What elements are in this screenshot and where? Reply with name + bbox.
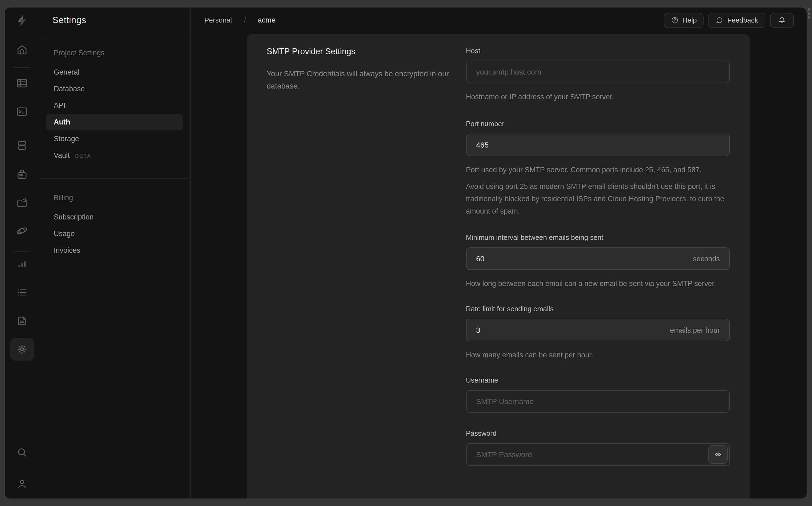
main-body: SMTP Provider Settings Your SMTP Credent… (191, 34, 806, 499)
smtp-form: Host Hostname or IP address of your SMTP… (466, 47, 730, 482)
host-input[interactable] (466, 61, 730, 83)
port-note: Avoid using port 25 as modern SMTP email… (466, 180, 730, 217)
edge-functions-icon[interactable] (15, 224, 28, 237)
table-editor-icon[interactable] (15, 77, 28, 90)
supabase-logo-icon[interactable] (14, 13, 29, 28)
password-field-group: Password (466, 429, 730, 466)
help-button-label: Help (682, 16, 697, 24)
sidebar-header: Settings (39, 7, 190, 33)
interval-label: Minimum interval between emails being se… (466, 233, 730, 242)
breadcrumb-project[interactable]: acme (258, 16, 276, 24)
sidebar-item-usage[interactable]: Usage (46, 225, 182, 242)
help-circle-icon (670, 16, 678, 24)
password-label: Password (466, 429, 730, 438)
menu-heading-billing: Billing (39, 193, 190, 202)
logs-icon[interactable] (15, 286, 28, 299)
help-button[interactable]: Help (664, 13, 704, 28)
sidebar-item-database[interactable]: Database (46, 81, 182, 97)
sidebar-item-vault[interactable]: Vault BETA (46, 147, 182, 164)
smtp-settings-panel: SMTP Provider Settings Your SMTP Credent… (247, 34, 750, 499)
scrollbar-dot (808, 12, 810, 15)
breadcrumb-separator: / (244, 15, 246, 25)
settings-sidebar: Settings Project Settings General Databa… (39, 7, 191, 499)
feedback-button-label: Feedback (727, 16, 758, 24)
sidebar-item-invoices[interactable]: Invoices (46, 242, 182, 259)
host-helper: Hostname or IP address of your SMTP serv… (466, 91, 730, 103)
scrollbar-dot (808, 8, 810, 11)
rate-field-group: Rate limit for sending emails emails per… (466, 305, 730, 361)
port-input[interactable] (466, 134, 730, 156)
section-title: SMTP Provider Settings (267, 47, 452, 56)
sidebar-item-auth[interactable]: Auth (46, 114, 182, 131)
rate-helper: How many emails can be sent per hour. (466, 349, 730, 361)
app-window: Settings Project Settings General Databa… (5, 7, 806, 499)
host-field-group: Host Hostname or IP address of your SMTP… (466, 47, 730, 103)
username-input[interactable] (466, 390, 730, 413)
reveal-password-button[interactable] (708, 445, 727, 463)
reports-icon[interactable] (15, 258, 28, 270)
port-field-group: Port number Port used by your SMTP serve… (466, 120, 730, 217)
sidebar-item-api[interactable]: API (46, 97, 182, 114)
breadcrumb-org[interactable]: Personal (204, 16, 232, 24)
sidebar-item-label: Vault (54, 151, 70, 159)
interval-field-group: Minimum interval between emails being se… (466, 233, 730, 290)
interval-input[interactable] (466, 247, 730, 270)
port-label: Port number (466, 120, 730, 128)
section-description: Your SMTP Credentials will always be enc… (267, 68, 449, 92)
speech-bubble-icon (716, 16, 724, 24)
password-input[interactable] (466, 443, 730, 466)
host-label: Host (466, 47, 730, 55)
rate-input[interactable] (466, 319, 730, 341)
header-actions: Help Feedback (664, 13, 794, 28)
sidebar-item-storage[interactable]: Storage (46, 131, 182, 147)
sql-editor-icon[interactable] (15, 105, 28, 118)
port-helper: Port used by your SMTP server. Common po… (466, 164, 730, 176)
docs-icon[interactable] (15, 315, 28, 327)
home-icon[interactable] (15, 44, 28, 56)
user-icon[interactable] (15, 478, 28, 491)
notifications-button[interactable] (770, 13, 794, 28)
eye-icon (714, 450, 722, 459)
section-intro: SMTP Provider Settings Your SMTP Credent… (267, 47, 452, 99)
rail-divider (14, 67, 30, 68)
bell-icon (778, 16, 786, 24)
breadcrumb: Personal / acme (204, 15, 276, 25)
sidebar-item-general[interactable]: General (46, 64, 182, 81)
settings-menu: Project Settings General Database API Au… (39, 33, 190, 259)
scrollbar-dot (808, 16, 810, 19)
rail-divider (14, 251, 30, 252)
main-area: Personal / acme Help (191, 7, 806, 499)
username-field-group: Username (466, 376, 730, 413)
settings-gear-icon[interactable] (15, 343, 28, 356)
auth-lock-icon[interactable] (15, 168, 28, 181)
interval-helper: How long between each email can a new em… (466, 277, 730, 290)
search-icon[interactable] (15, 446, 28, 459)
feedback-button[interactable]: Feedback (709, 13, 765, 28)
beta-badge: BETA (75, 152, 91, 159)
database-icon[interactable] (15, 139, 28, 152)
rate-label: Rate limit for sending emails (466, 305, 730, 313)
menu-heading-project-settings: Project Settings (39, 48, 190, 58)
top-bar: Personal / acme Help (191, 7, 806, 33)
username-label: Username (466, 376, 730, 385)
storage-icon[interactable] (15, 196, 28, 209)
page-scrollbar[interactable] (808, 8, 811, 19)
screen: Settings Project Settings General Databa… (0, 0, 812, 506)
page-title: Settings (52, 15, 86, 25)
sidebar-divider (39, 178, 190, 179)
icon-rail (5, 7, 39, 499)
rail-divider (14, 129, 30, 129)
sidebar-item-subscription[interactable]: Subscription (46, 209, 182, 225)
